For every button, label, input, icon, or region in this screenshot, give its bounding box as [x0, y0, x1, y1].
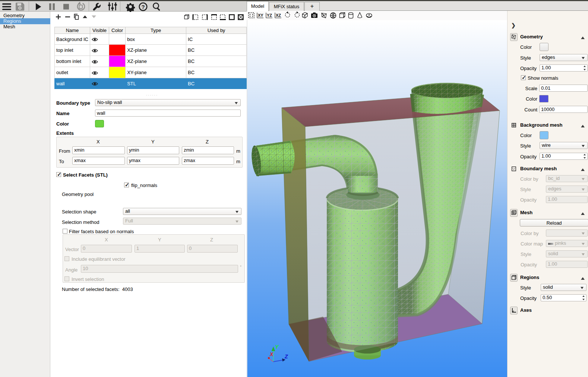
svg-text:X: X	[269, 351, 274, 357]
svg-text:XY: XY	[258, 13, 263, 18]
svg-text:YZ: YZ	[267, 13, 272, 18]
svg-text:?: ?	[141, 4, 145, 10]
svg-text:Z: Z	[284, 354, 288, 359]
svg-text:XZ: XZ	[276, 13, 281, 18]
